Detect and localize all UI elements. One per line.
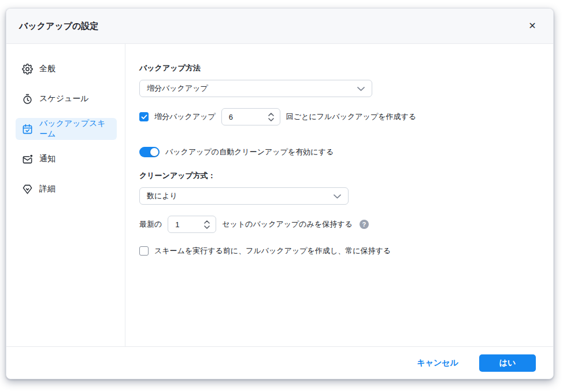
incremental-rule-row: 増分バックアップ 回ごとにフルバックアップを作成する [139,108,536,125]
ok-button[interactable]: はい [479,354,536,372]
retention-count-stepper [168,216,216,233]
sidebar-item-backup-scheme[interactable]: バックアップスキーム [16,118,117,140]
gem-icon [22,184,33,195]
chevron-down-icon [334,192,341,201]
backup-settings-dialog: バックアップの設定 ✕ 全般 [6,8,554,379]
dialog-footer: キャンセル はい [6,346,553,379]
retention-prefix: 最新の [139,219,162,230]
sidebar-item-label: 通知 [39,154,55,164]
calendar-check-icon [22,124,33,135]
stopwatch-icon [22,94,33,105]
auto-cleanup-toggle[interactable] [139,147,160,157]
backup-scheme-panel: バックアップ方法 増分バックアップ 増分バックアップ [125,44,553,346]
stepper-arrows-icon[interactable] [204,220,210,229]
dialog-title: バックアップの設定 [19,21,98,32]
backup-method-label: バックアップ方法 [139,64,201,72]
incremental-count-stepper [221,108,280,125]
keep-full-backup-label: スキームを実行する前に、フルバックアップを作成し、常に保持する [154,246,391,256]
auto-cleanup-label: バックアップの自動クリーンアップを有効にする [165,147,334,157]
retention-rule-row: 最新の セットのバックアップのみを保持する ? [139,216,536,233]
incremental-count-input[interactable] [223,113,268,121]
backup-method-select[interactable]: 増分バックアップ [139,80,372,97]
cleanup-method-select[interactable]: 数により [139,187,349,205]
sidebar-item-schedule[interactable]: スケジュール [16,88,117,110]
mail-notification-icon [22,154,33,165]
cancel-button[interactable]: キャンセル [417,358,458,368]
keep-full-backup-checkbox[interactable] [139,246,149,256]
retention-count-input[interactable] [169,220,204,229]
auto-cleanup-row: バックアップの自動クリーンアップを有効にする [139,147,536,157]
chevron-down-icon [357,84,365,93]
sidebar-item-label: スケジュール [39,94,89,104]
cleanup-method-value: 数により [147,191,334,201]
sidebar-item-label: 全般 [39,64,55,74]
sidebar-item-general[interactable]: 全般 [16,58,117,80]
keep-full-backup-row: スキームを実行する前に、フルバックアップを作成し、常に保持する [139,246,536,256]
incremental-checkbox-label: 増分バックアップ [154,112,216,122]
close-icon[interactable]: ✕ [524,18,540,34]
sidebar-item-advanced[interactable]: 詳細 [16,178,117,200]
cleanup-method-label: クリーンアップ方式： [139,171,536,181]
dialog-header: バックアップの設定 ✕ [6,9,553,44]
retention-suffix: セットのバックアップのみを保持する [222,219,353,230]
gear-icon [22,64,33,75]
sidebar-item-notifications[interactable]: 通知 [16,148,117,170]
help-icon[interactable]: ? [360,220,369,229]
stepper-arrows-icon[interactable] [268,113,274,121]
settings-sidebar: 全般 スケジュール [6,44,125,346]
sidebar-item-label: バックアップスキーム [39,119,110,139]
dialog-body: 全般 スケジュール [6,44,553,346]
incremental-rule-suffix: 回ごとにフルバックアップを作成する [286,112,416,122]
incremental-checkbox[interactable] [139,112,149,121]
toggle-knob [150,148,158,156]
sidebar-item-label: 詳細 [39,184,55,194]
backup-method-value: 増分バックアップ [147,83,357,94]
